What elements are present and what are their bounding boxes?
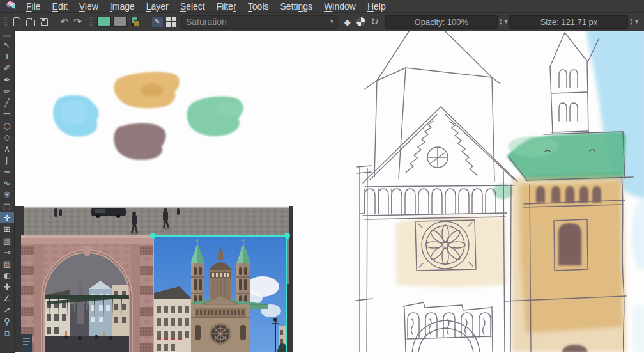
menu-filter[interactable]: Filter bbox=[211, 0, 242, 13]
select-shapes-tool[interactable]: ↖ bbox=[0, 39, 14, 51]
reference-images-panel bbox=[15, 206, 293, 352]
transform-tool[interactable]: ▢ bbox=[0, 200, 14, 212]
polyline-tool[interactable]: ∧ bbox=[0, 143, 14, 154]
redo-icon: ↷ bbox=[73, 17, 82, 27]
save-floppy-icon bbox=[40, 18, 48, 26]
menu-image[interactable]: Image bbox=[104, 0, 141, 13]
ellipse-tool[interactable]: ○ bbox=[0, 120, 14, 131]
reload-icon: ↻ bbox=[371, 17, 379, 27]
menu-file[interactable]: File bbox=[20, 0, 47, 13]
alpha-checker-icon bbox=[356, 17, 365, 26]
toolbox: ↖ T ✐ ✒ ✏ ╱ ▭ ○ ◇ ∧ bbox=[0, 31, 15, 353]
choose-brush-preset-button[interactable] bbox=[166, 17, 176, 27]
gradient-pattern-chooser[interactable] bbox=[131, 17, 141, 27]
freehand-brush-tool[interactable]: ✏ bbox=[0, 85, 14, 97]
menu-bar: File Edit View Image Layer Select Filter… bbox=[0, 0, 644, 13]
krita-window: File Edit View Image Layer Select Filter… bbox=[0, 0, 644, 353]
canvas[interactable] bbox=[15, 31, 644, 353]
selection-handle-top-right[interactable] bbox=[284, 233, 290, 239]
new-document-button[interactable] bbox=[10, 14, 24, 29]
preserve-alpha-button[interactable] bbox=[354, 14, 367, 29]
size-label: Size: 121.71 px bbox=[540, 17, 598, 27]
dynamic-brush-tool[interactable]: ∿ bbox=[0, 177, 14, 189]
brush-editor-icon: ✎ bbox=[155, 19, 160, 25]
foreground-color-swatch[interactable] bbox=[97, 17, 111, 27]
eraser-mode-button[interactable]: ◆ bbox=[341, 14, 354, 29]
freehand-path-tool[interactable]: ∼ bbox=[0, 166, 14, 177]
size-dropdown-icon[interactable]: ▾ bbox=[635, 19, 638, 25]
size-widget: Size: 121.71 px ▴ ▾ ▾ bbox=[509, 15, 640, 29]
toolbar-drag-handle[interactable] bbox=[89, 16, 93, 27]
reference-images-tool[interactable]: ⚲ bbox=[0, 315, 14, 327]
color-sampler-tool[interactable]: ⊸ bbox=[0, 246, 14, 258]
multibrush-tool[interactable]: ✳ bbox=[0, 189, 14, 200]
save-button[interactable] bbox=[37, 14, 50, 29]
menu-select[interactable]: Select bbox=[174, 0, 211, 13]
assistants-tool[interactable]: ↗ bbox=[0, 304, 14, 315]
line-tool[interactable]: ╱ bbox=[0, 97, 14, 108]
undo-button[interactable]: ↶ bbox=[57, 14, 71, 29]
menu-help[interactable]: Help bbox=[362, 0, 392, 13]
brush-preset-combo[interactable]: Saturation ▾ bbox=[181, 15, 338, 29]
toolbox-tools: ↖ T ✐ ✒ ✏ ╱ ▭ ○ ◇ ∧ bbox=[0, 39, 14, 338]
rectangle-tool[interactable]: ▭ bbox=[0, 108, 14, 120]
measure-tool[interactable]: ∠ bbox=[0, 292, 14, 304]
crop-tool[interactable]: ⊞ bbox=[0, 223, 14, 235]
main-toolbar: ↶ ↷ ✎ Saturation ▾ ◆ ↻ Opacity: 100% ▴ ▾ bbox=[0, 13, 644, 31]
smart-patch-tool[interactable]: ✚ bbox=[0, 281, 14, 292]
menu-tools[interactable]: Tools bbox=[242, 0, 275, 13]
edit-shapes-tool[interactable]: ✐ bbox=[0, 62, 14, 74]
chevron-down-icon: ▾ bbox=[330, 19, 334, 25]
open-folder-icon bbox=[26, 20, 35, 26]
opacity-dropdown-icon[interactable]: ▾ bbox=[504, 19, 507, 25]
opacity-widget: Opacity: 100% ▴ ▾ ▾ bbox=[381, 15, 510, 29]
redo-button[interactable]: ↷ bbox=[71, 14, 84, 29]
colorize-mask-tool[interactable]: ◐ bbox=[0, 269, 14, 281]
eraser-icon: ◆ bbox=[344, 18, 351, 26]
opacity-slider[interactable]: Opacity: 100% bbox=[385, 15, 498, 29]
selection-handle-top-left[interactable] bbox=[150, 233, 156, 239]
toolbar-drag-handle[interactable] bbox=[4, 16, 8, 27]
calligraphy-tool[interactable]: ✒ bbox=[0, 74, 14, 85]
edit-brush-settings-button[interactable]: ✎ bbox=[152, 17, 162, 27]
menu-items: File Edit View Image Layer Select Filter… bbox=[20, 0, 392, 13]
rectangular-selection-tool[interactable]: ▫ bbox=[0, 327, 14, 338]
menu-window[interactable]: Window bbox=[318, 0, 362, 13]
stone-archway-photo[interactable] bbox=[21, 235, 153, 352]
pattern-fill-tool[interactable]: ▨ bbox=[0, 258, 14, 269]
brush-preset-value: Saturation bbox=[186, 17, 330, 27]
open-document-button[interactable] bbox=[24, 14, 37, 29]
background-color-swatch[interactable] bbox=[113, 17, 126, 27]
menu-edit[interactable]: Edit bbox=[47, 0, 73, 13]
opacity-spinner[interactable]: ▴ ▾ bbox=[500, 18, 502, 26]
size-spinner[interactable]: ▴ ▾ bbox=[630, 18, 632, 26]
toolbox-drag-handle[interactable] bbox=[3, 34, 12, 37]
bezier-curve-tool[interactable]: ʃ bbox=[0, 154, 14, 166]
spin-down-icon: ▾ bbox=[500, 22, 502, 26]
cathedral-photo[interactable] bbox=[154, 237, 286, 352]
undo-icon: ↶ bbox=[60, 17, 68, 27]
gradient-tool[interactable]: ▧ bbox=[0, 235, 14, 246]
size-slider[interactable]: Size: 121.71 px bbox=[509, 15, 628, 29]
spin-down-icon: ▾ bbox=[630, 22, 632, 26]
opacity-label: Opacity: 100% bbox=[415, 17, 469, 27]
menu-layer[interactable]: Layer bbox=[141, 0, 174, 13]
menu-settings[interactable]: Settings bbox=[275, 0, 319, 13]
gradient-swatch-secondary bbox=[134, 20, 139, 26]
move-tool[interactable]: ✛ bbox=[0, 212, 14, 223]
polygon-tool[interactable]: ◇ bbox=[0, 131, 14, 143]
reload-preset-button[interactable]: ↻ bbox=[368, 14, 381, 29]
text-tool[interactable]: T bbox=[0, 51, 14, 62]
krita-logo-icon bbox=[6, 1, 15, 11]
new-document-icon bbox=[13, 17, 20, 26]
menu-view[interactable]: View bbox=[73, 0, 104, 13]
